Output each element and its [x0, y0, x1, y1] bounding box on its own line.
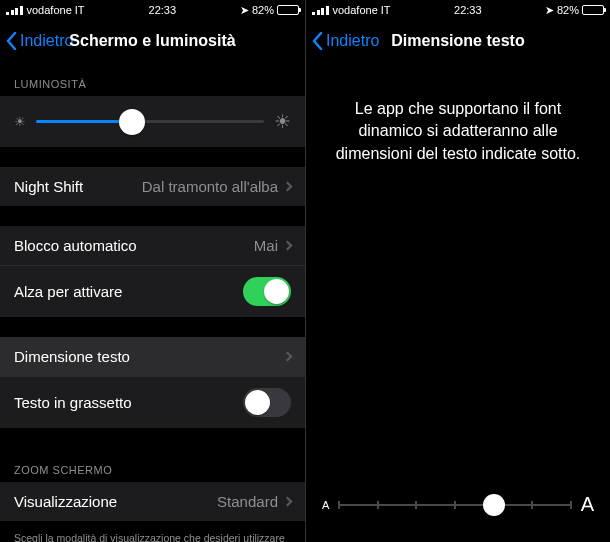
carrier-label: vodafone IT [333, 4, 391, 16]
left-phone-screen: vodafone IT 22:33 ➤ 82% Indietro Schermo… [0, 0, 305, 542]
chevron-right-icon [283, 352, 293, 362]
night-shift-label: Night Shift [14, 178, 83, 195]
brightness-slider[interactable] [36, 120, 264, 123]
status-bar: vodafone IT 22:33 ➤ 82% [0, 0, 305, 20]
auto-lock-row[interactable]: Blocco automatico Mai [0, 226, 305, 266]
text-size-info: Le app che supportano il font dinamico s… [306, 62, 610, 185]
back-label: Indietro [20, 32, 73, 50]
signal-icon [312, 6, 329, 15]
signal-icon [6, 6, 23, 15]
text-size-row[interactable]: Dimensione testo [0, 337, 305, 377]
raise-to-wake-label: Alza per attivare [14, 283, 122, 300]
carrier-label: vodafone IT [27, 4, 85, 16]
clock-label: 22:33 [149, 4, 177, 16]
view-row[interactable]: Visualizzazione Standard [0, 482, 305, 521]
view-label: Visualizzazione [14, 493, 117, 510]
text-size-slider-row: A A [306, 493, 610, 516]
night-shift-row[interactable]: Night Shift Dal tramonto all'alba [0, 167, 305, 206]
nav-bar: Indietro Dimensione testo [306, 20, 610, 62]
location-icon: ➤ [545, 4, 554, 17]
battery-pct-label: 82% [252, 4, 274, 16]
chevron-left-icon [6, 32, 17, 50]
text-large-icon: A [581, 493, 594, 516]
auto-lock-label: Blocco automatico [14, 237, 137, 254]
raise-to-wake-row: Alza per attivare [0, 266, 305, 317]
right-phone-screen: vodafone IT 22:33 ➤ 82% Indietro Dimensi… [305, 0, 610, 542]
brightness-slider-thumb[interactable] [119, 109, 145, 135]
text-size-slider[interactable] [339, 504, 570, 506]
chevron-right-icon [283, 497, 293, 507]
chevron-left-icon [312, 32, 323, 50]
chevron-right-icon [283, 182, 293, 192]
zoom-footer-text: Scegli la modalità di visualizzazione ch… [0, 525, 305, 542]
battery-icon [582, 5, 604, 15]
clock-label: 22:33 [454, 4, 482, 16]
back-button[interactable]: Indietro [312, 32, 379, 50]
back-button[interactable]: Indietro [6, 32, 73, 50]
nav-bar: Indietro Schermo e luminosità [0, 20, 305, 62]
battery-icon [277, 5, 299, 15]
back-label: Indietro [326, 32, 379, 50]
night-shift-value: Dal tramonto all'alba [142, 178, 278, 195]
text-small-icon: A [322, 499, 329, 511]
text-size-slider-thumb[interactable] [483, 494, 505, 516]
brightness-low-icon: ☀︎ [14, 114, 26, 129]
battery-pct-label: 82% [557, 4, 579, 16]
raise-to-wake-toggle[interactable] [243, 277, 291, 306]
brightness-high-icon: ☀︎ [274, 110, 291, 133]
auto-lock-value: Mai [254, 237, 278, 254]
bold-text-label: Testo in grassetto [14, 394, 132, 411]
bold-text-row: Testo in grassetto [0, 377, 305, 428]
brightness-slider-row: ☀︎ ☀︎ [0, 96, 305, 147]
brightness-header: LUMINOSITÀ [0, 62, 305, 96]
view-value: Standard [217, 493, 278, 510]
zoom-header: ZOOM SCHERMO [0, 448, 305, 482]
text-size-label: Dimensione testo [14, 348, 130, 365]
location-icon: ➤ [240, 4, 249, 17]
bold-text-toggle[interactable] [243, 388, 291, 417]
status-bar: vodafone IT 22:33 ➤ 82% [306, 0, 610, 20]
chevron-right-icon [283, 241, 293, 251]
